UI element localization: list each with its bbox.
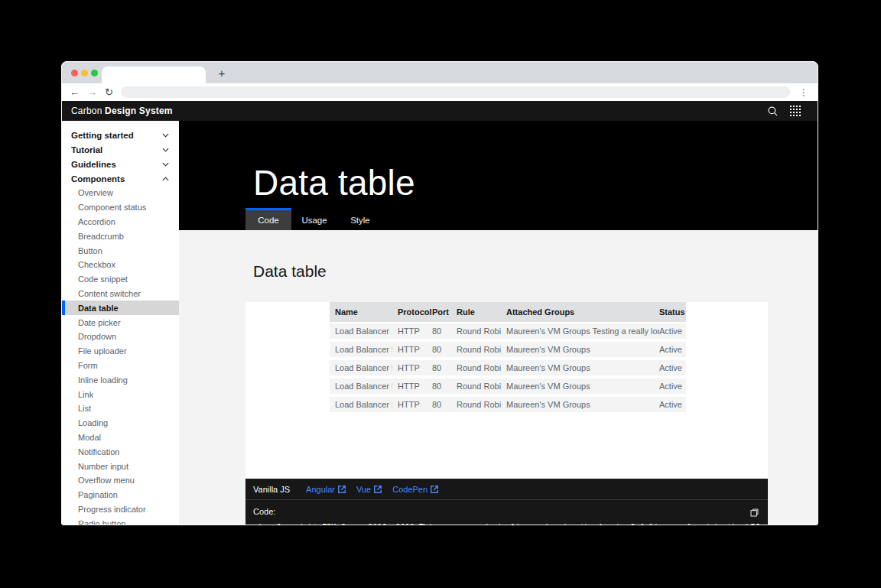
sidebar-item-number-input[interactable]: Number input: [62, 459, 179, 473]
cell-port: 80: [427, 397, 451, 415]
back-icon[interactable]: ←: [70, 87, 80, 97]
sidebar-item-loading[interactable]: Loading: [62, 416, 179, 430]
sidebar-item-form[interactable]: Form: [62, 359, 179, 373]
sidebar-item-notification[interactable]: Notification: [62, 444, 179, 459]
close-window-button[interactable]: [71, 70, 78, 76]
section-label: Getting started: [71, 131, 134, 140]
cell-rule: Round Robin: [451, 397, 501, 415]
brand-logo[interactable]: Carbon Design System: [71, 106, 173, 116]
chevron-down-icon: [162, 162, 169, 167]
codepen-link[interactable]: CodePen: [392, 485, 438, 494]
demo-card: Name Protocol Port Rule Attached Groups …: [245, 302, 768, 479]
table-row: Load Balancer 5 HTTP 80 Round Robin Maur…: [330, 342, 686, 360]
sidebar-item-date-picker[interactable]: Date picker: [62, 315, 179, 330]
tab-usage[interactable]: Usage: [291, 208, 337, 230]
section-label: Guidelines: [71, 160, 116, 169]
kebab-menu-icon[interactable]: ⋮: [798, 87, 810, 98]
tab-style[interactable]: Style: [337, 208, 383, 230]
sidebar-item-pagination[interactable]: Pagination: [62, 488, 179, 502]
section-label: Tutorial: [71, 145, 102, 154]
sidebar: Getting started Tutorial Guidelines Comp…: [62, 121, 179, 525]
cell-attached-groups: Maureen's VM Groups: [501, 342, 659, 360]
sidebar-item-code-snippet[interactable]: Code snippet: [62, 272, 179, 287]
vue-link[interactable]: Vue: [356, 485, 382, 494]
forward-icon[interactable]: →: [87, 87, 97, 97]
vue-link-label: Vue: [356, 485, 371, 494]
cell-port: 80: [427, 360, 451, 378]
brand-regular: Carbon: [71, 106, 102, 116]
sidebar-item-dropdown[interactable]: Dropdown: [62, 330, 179, 344]
cell-protocol: HTTP: [392, 323, 427, 342]
column-header: Rule: [451, 302, 501, 323]
cell-attached-groups: Maureen's VM Groups Testing a really lon…: [501, 323, 659, 342]
table-row: Load Balancer 1 HTTP 80 Round Robin Maur…: [330, 323, 686, 342]
code-snippet-text[interactable]: <!-- Copyright IBM Corp. 2016, 2018 This…: [253, 523, 760, 525]
sidebar-item-checkbox[interactable]: Checkbox: [62, 258, 179, 272]
sidebar-item-overflow-menu[interactable]: Overflow menu: [62, 473, 179, 488]
sidebar-section-getting-started[interactable]: Getting started: [62, 128, 179, 142]
reload-icon[interactable]: ↻: [105, 87, 113, 97]
column-header: Name: [330, 302, 392, 323]
cell-rule: Round Robin: [451, 360, 501, 378]
main-area: Data table Code Usage Style Data table: [179, 121, 818, 525]
sidebar-item-accordion[interactable]: Accordion: [62, 215, 179, 229]
table-row: Load Balancer 5 HTTP 80 Round Robin Maur…: [330, 378, 686, 397]
cell-attached-groups: Maureen's VM Groups: [501, 397, 659, 415]
framework-switcher-bar: Vanilla JS Angular Vue CodePen: [245, 479, 768, 499]
browser-tab[interactable]: [102, 67, 206, 83]
sidebar-section-components[interactable]: Components: [62, 171, 179, 186]
sidebar-item-link[interactable]: Link: [62, 387, 179, 401]
sidebar-item-data-table[interactable]: Data table: [62, 300, 179, 315]
table-row: Load Balancer 5 HTTP 80 Round Robin Maur…: [330, 397, 686, 415]
search-icon[interactable]: [761, 101, 784, 121]
browser-window: + ← → ↻ ⋮ Carbon Design System: [61, 61, 818, 525]
cell-name: Load Balancer 1: [330, 323, 392, 342]
zoom-window-button[interactable]: [91, 70, 98, 76]
new-tab-button[interactable]: +: [213, 65, 230, 82]
table-header-row: Name Protocol Port Rule Attached Groups …: [330, 302, 686, 323]
copy-icon[interactable]: [749, 507, 759, 521]
launch-icon: [374, 486, 382, 493]
url-bar[interactable]: [121, 86, 790, 98]
sidebar-section-guidelines[interactable]: Guidelines: [62, 157, 179, 171]
sidebar-item-button[interactable]: Button: [62, 243, 179, 258]
browser-tabstrip: +: [62, 62, 818, 83]
sidebar-item-breadcrumb[interactable]: Breadcrumb: [62, 229, 179, 243]
app-switcher-icon[interactable]: [784, 101, 807, 121]
cell-status: Active: [659, 378, 686, 397]
column-header: Status: [659, 302, 686, 323]
sidebar-section-tutorial[interactable]: Tutorial: [62, 142, 179, 157]
codepen-link-label: CodePen: [392, 485, 427, 494]
cell-name: Load Balancer 5: [330, 397, 392, 415]
minimize-window-button[interactable]: [81, 70, 88, 76]
tab-code[interactable]: Code: [245, 208, 291, 230]
cell-protocol: HTTP: [392, 360, 427, 378]
cell-name: Load Balancer 5: [330, 342, 392, 360]
sidebar-item-inline-loading[interactable]: Inline loading: [62, 372, 179, 387]
cell-status: Active: [659, 342, 686, 360]
angular-link-label: Angular: [306, 485, 335, 494]
launch-icon: [338, 486, 346, 493]
cell-status: Active: [659, 360, 686, 378]
sidebar-item-radio-button[interactable]: Radio button: [62, 516, 179, 525]
data-table: Name Protocol Port Rule Attached Groups …: [330, 302, 686, 415]
code-label: Code:: [253, 507, 760, 516]
sidebar-item-content-switcher[interactable]: Content switcher: [62, 287, 179, 301]
column-header: Protocol: [392, 302, 427, 323]
cell-status: Active: [659, 323, 686, 342]
section-label: Components: [71, 174, 125, 184]
sidebar-item-progress-indicator[interactable]: Progress indicator: [62, 502, 179, 517]
cell-name: Load Balancer 5: [330, 360, 392, 378]
cell-name: Load Balancer 5: [330, 378, 392, 397]
chevron-down-icon: [162, 133, 169, 138]
sidebar-item-overview[interactable]: Overview: [62, 186, 179, 200]
sidebar-item-component-status[interactable]: Component status: [62, 200, 179, 215]
sidebar-item-list[interactable]: List: [62, 401, 179, 416]
sidebar-item-modal[interactable]: Modal: [62, 430, 179, 445]
section-heading: Data table: [253, 262, 818, 281]
page-tabs: Code Usage Style: [179, 208, 818, 230]
column-header: Attached Groups: [501, 302, 659, 323]
angular-link[interactable]: Angular: [306, 485, 346, 494]
cell-attached-groups: Maureen's VM Groups: [501, 360, 659, 378]
sidebar-item-file-uploader[interactable]: File uploader: [62, 344, 179, 359]
